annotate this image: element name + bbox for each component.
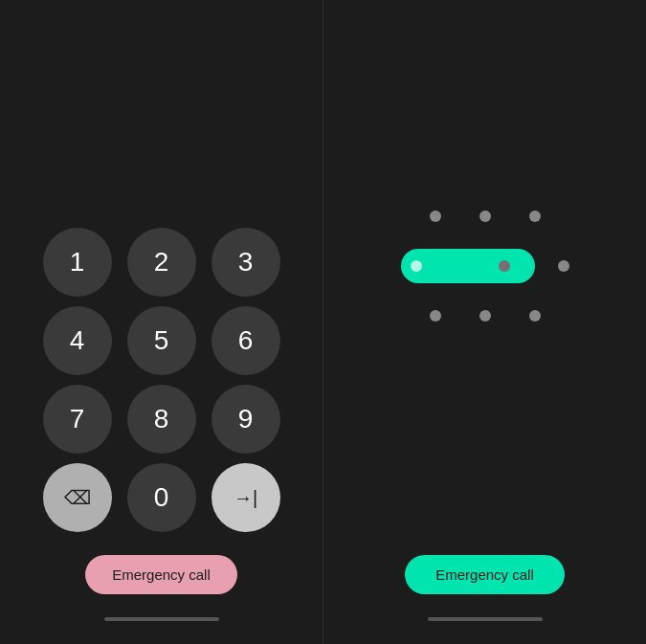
pin-dots-area xyxy=(323,0,646,532)
emergency-call-button-left[interactable]: Emergency call xyxy=(85,555,237,594)
slider-right-dot xyxy=(499,260,510,272)
pin-dot-3-2 xyxy=(479,310,491,322)
left-phone-panel: 1 2 3 4 5 6 7 8 9 ⌫ 0 →| Emergency call xyxy=(0,0,323,644)
pin-dot-1-1 xyxy=(430,211,441,222)
key-5[interactable]: 5 xyxy=(127,306,196,375)
key-9[interactable]: 9 xyxy=(212,385,280,454)
keypad-row-3: 7 8 9 xyxy=(43,385,280,454)
key-6[interactable]: 6 xyxy=(212,306,280,375)
keypad-row-2: 4 5 6 xyxy=(43,306,280,375)
home-indicator-left xyxy=(104,617,219,621)
pin-dot-3-3 xyxy=(529,310,541,322)
key-3[interactable]: 3 xyxy=(212,228,280,297)
pin-dot-3-1 xyxy=(430,310,441,322)
pin-dot-1-2 xyxy=(479,211,491,222)
right-phone-panel: Emergency call xyxy=(323,0,646,644)
keypad-row-1: 1 2 3 xyxy=(43,228,280,297)
key-1[interactable]: 1 xyxy=(43,228,112,297)
home-indicator-right xyxy=(428,617,543,621)
key-7[interactable]: 7 xyxy=(43,385,112,454)
pin-dot-2-3 xyxy=(558,260,569,272)
key-2[interactable]: 2 xyxy=(127,228,196,297)
emergency-call-button-right[interactable]: Emergency call xyxy=(405,555,565,594)
key-4[interactable]: 4 xyxy=(43,306,112,375)
key-0[interactable]: 0 xyxy=(127,463,196,532)
key-8[interactable]: 8 xyxy=(127,385,196,454)
pin-row-3 xyxy=(430,310,541,322)
pin-dot-1-3 xyxy=(529,211,541,222)
key-confirm[interactable]: →| xyxy=(212,463,280,532)
key-backspace[interactable]: ⌫ xyxy=(43,463,112,532)
numeric-keypad: 1 2 3 4 5 6 7 8 9 ⌫ 0 →| xyxy=(43,228,280,532)
keypad-row-4: ⌫ 0 →| xyxy=(43,463,280,532)
pin-row-1 xyxy=(430,211,541,222)
pin-slider[interactable] xyxy=(401,249,535,283)
slider-left-dot xyxy=(411,260,422,272)
pin-row-2 xyxy=(401,249,569,283)
